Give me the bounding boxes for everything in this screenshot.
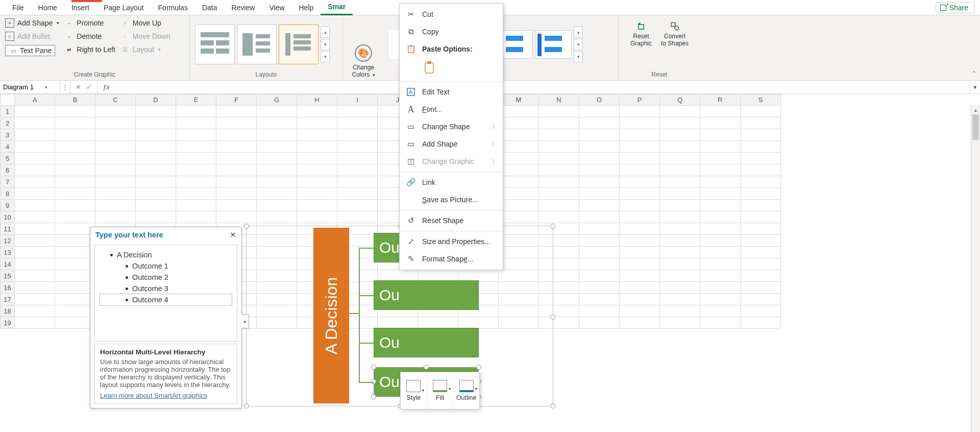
ctx-size-properties[interactable]: ⤢Size and Properties...: [400, 233, 503, 250]
tab-page-layout[interactable]: Page Layout: [96, 1, 151, 15]
cell[interactable]: [741, 235, 781, 247]
cell[interactable]: [660, 258, 700, 270]
cell[interactable]: [620, 270, 660, 282]
row-header[interactable]: 16: [1, 282, 15, 294]
enter-formula[interactable]: ✓: [86, 83, 92, 91]
cell[interactable]: [216, 164, 257, 176]
mini-outline-button[interactable]: ▾ Outline: [453, 372, 479, 409]
share-button[interactable]: Share: [936, 2, 975, 13]
tab-help[interactable]: Help: [292, 1, 321, 15]
cell[interactable]: [55, 235, 95, 247]
cell[interactable]: [620, 258, 660, 270]
cell[interactable]: [176, 141, 216, 153]
cell[interactable]: [539, 176, 579, 188]
cell[interactable]: [741, 247, 781, 258]
cell[interactable]: [297, 129, 337, 141]
formula-expand[interactable]: ▾: [970, 81, 980, 93]
vertical-scrollbar[interactable]: ▴: [971, 105, 980, 432]
cancel-formula[interactable]: ✕: [76, 83, 81, 91]
tab-data[interactable]: Data: [195, 1, 225, 15]
row-header[interactable]: 7: [1, 176, 15, 188]
shape-handle[interactable]: [424, 365, 429, 370]
cell[interactable]: [700, 317, 741, 329]
cell[interactable]: [297, 141, 337, 153]
tab-view[interactable]: View: [262, 1, 291, 15]
cell[interactable]: [95, 129, 136, 141]
cell[interactable]: [15, 188, 55, 200]
cell[interactable]: [15, 235, 55, 247]
row-header[interactable]: 14: [1, 258, 15, 270]
cell[interactable]: [257, 153, 297, 164]
cell[interactable]: [741, 188, 781, 200]
cell[interactable]: [297, 106, 337, 117]
cell[interactable]: [579, 188, 620, 200]
scroll-up[interactable]: ▴: [971, 105, 980, 114]
cell[interactable]: [579, 211, 620, 223]
cell[interactable]: [337, 153, 378, 164]
ctx-link[interactable]: 🔗Link: [400, 174, 503, 191]
styles-more[interactable]: ▾: [574, 51, 583, 62]
cell[interactable]: [55, 176, 95, 188]
row-header[interactable]: 10: [1, 211, 15, 223]
cell[interactable]: [257, 211, 297, 223]
text-pane-item[interactable]: Outcome 1: [100, 260, 232, 272]
cell[interactable]: [700, 294, 741, 305]
cell[interactable]: [579, 153, 620, 164]
cell[interactable]: [95, 153, 136, 164]
cell[interactable]: [741, 211, 781, 223]
cell[interactable]: [741, 282, 781, 294]
cell[interactable]: [741, 223, 781, 235]
cell[interactable]: [660, 176, 700, 188]
cell[interactable]: [176, 153, 216, 164]
cell[interactable]: [15, 247, 55, 258]
ctx-save-as-picture[interactable]: Save as Picture...: [400, 191, 503, 208]
text-pane-collapse-handle[interactable]: ▸: [241, 314, 249, 328]
cell[interactable]: [539, 188, 579, 200]
cell[interactable]: [257, 200, 297, 211]
cell[interactable]: [499, 117, 539, 129]
ctx-edit-text[interactable]: AEdit Text: [400, 83, 503, 101]
cell[interactable]: [700, 282, 741, 294]
cell[interactable]: [660, 211, 700, 223]
cell[interactable]: [660, 282, 700, 294]
cell[interactable]: [55, 141, 95, 153]
row-header[interactable]: 19: [1, 317, 15, 329]
shape-handle[interactable]: [476, 365, 481, 370]
move-up-button[interactable]: ↑Move Up: [120, 18, 170, 28]
cell[interactable]: [15, 141, 55, 153]
col-header[interactable]: I: [337, 94, 378, 106]
cell[interactable]: [55, 258, 95, 270]
cell[interactable]: [499, 200, 539, 211]
cell[interactable]: [95, 117, 136, 129]
cell[interactable]: [15, 223, 55, 235]
col-header[interactable]: C: [95, 94, 136, 106]
col-header[interactable]: H: [297, 94, 337, 106]
cell[interactable]: [136, 117, 176, 129]
cell[interactable]: [620, 106, 660, 117]
reset-graphic-button[interactable]: ResetGraphic: [630, 21, 652, 47]
row-header[interactable]: 11: [1, 223, 15, 235]
text-pane-toggle[interactable]: ▭Text Pane: [5, 45, 59, 56]
cell[interactable]: [700, 247, 741, 258]
row-header[interactable]: 4: [1, 141, 15, 153]
text-pane-learn-more-link[interactable]: Learn more about SmartArt graphics: [100, 392, 207, 399]
cell[interactable]: [579, 270, 620, 282]
cell[interactable]: [136, 211, 176, 223]
cell[interactable]: [660, 247, 700, 258]
convert-to-shapes-button[interactable]: Convertto Shapes: [661, 21, 689, 47]
cell[interactable]: [579, 235, 620, 247]
cell[interactable]: [55, 188, 95, 200]
resize-handle[interactable]: [244, 403, 249, 409]
cell[interactable]: [539, 129, 579, 141]
row-header[interactable]: 15: [1, 270, 15, 282]
cell[interactable]: [620, 294, 660, 305]
cell[interactable]: [579, 305, 620, 317]
tab-insert[interactable]: Insert: [64, 1, 96, 15]
cell[interactable]: [15, 294, 55, 305]
cell[interactable]: [176, 129, 216, 141]
cell[interactable]: [620, 247, 660, 258]
cell[interactable]: [55, 164, 95, 176]
cell[interactable]: [741, 270, 781, 282]
cell[interactable]: [15, 164, 55, 176]
cell[interactable]: [176, 176, 216, 188]
